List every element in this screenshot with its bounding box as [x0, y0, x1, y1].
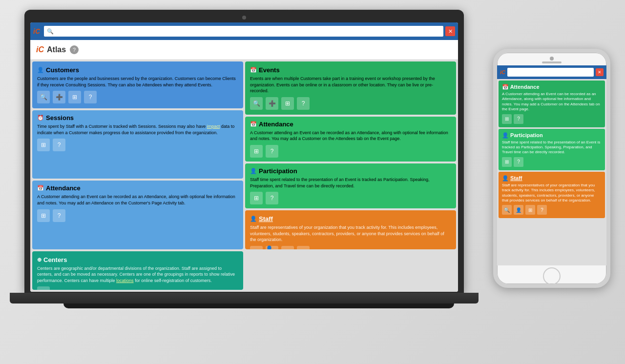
events-add-btn[interactable]: ➕	[266, 97, 278, 110]
laptop-camera	[242, 16, 246, 20]
phone-staff-icon: 👤	[502, 175, 510, 181]
customers-desc: Customers are the people and businesses …	[37, 76, 238, 88]
participation-actions: ⊞ ?	[250, 192, 451, 204]
phone-participation-card: 👤 Participation Staff time spent related…	[499, 129, 605, 170]
phone-search-input[interactable]	[509, 70, 592, 75]
main-grid: 👤 Customers Customers are the people and…	[30, 60, 458, 292]
centers-grid-btn[interactable]: ⊞	[37, 286, 50, 290]
phone-participation-icon: 👤	[502, 132, 510, 138]
attendance-blue-icon: 📅	[37, 185, 44, 191]
phone-close-button[interactable]: ✕	[596, 68, 604, 76]
events-actions: 🔍 ➕ ⊞ ?	[250, 97, 451, 110]
attendance-blue-help-btn[interactable]: ?	[53, 209, 65, 222]
attendance-green-icon: 📅	[250, 121, 257, 127]
attendance-green-desc: A Customer attending an Event can be rec…	[250, 130, 451, 142]
participation-title: 👤 Participation	[250, 167, 451, 175]
titlebar: iC Atlas ?	[30, 40, 458, 60]
staff-add-btn[interactable]: 👤➕	[266, 246, 278, 249]
help-icon[interactable]: ?	[70, 45, 79, 54]
sessions-desc: Time spent by Staff with a Customer is t…	[37, 123, 238, 136]
search-icon: 🔍	[47, 28, 54, 35]
phone-staff-actions: 🔍 👤 ⊞ ?	[502, 205, 602, 215]
phone-participation-desc: Staff time spent related to the presenta…	[502, 140, 602, 155]
attendance-green-help-btn[interactable]: ?	[266, 145, 278, 158]
events-desc: Events are when multiple Customers take …	[250, 76, 451, 94]
attendance-green-grid-btn[interactable]: ⊞	[250, 145, 263, 158]
centers-desc: Centers are geographic and/or department…	[37, 265, 238, 284]
centers-actions: ⊞	[37, 286, 238, 290]
customers-section: 👤 Customers Customers are the people and…	[32, 61, 243, 249]
attendance-green-title: 📅 Attendance	[250, 121, 451, 128]
laptop-base	[10, 293, 479, 303]
events-title: 📅 Events	[250, 66, 451, 74]
phone-attendance-desc: A Customer attending an Event can be rec…	[502, 92, 602, 112]
page-title: Atlas	[47, 45, 66, 54]
phone-attendance-icon: 📅	[502, 84, 510, 90]
sessions-grid-btn[interactable]: ⊞	[37, 139, 50, 151]
sessions-actions: ⊞ ?	[37, 139, 238, 151]
phone-topbar: iC ✕	[497, 65, 606, 79]
attendance-blue-desc: A Customer attending an Event can be rec…	[37, 194, 238, 206]
phone-screen: iC ✕ 📅 Attendance A Customer attending a…	[497, 65, 606, 265]
staff-help-btn[interactable]: ?	[297, 246, 310, 249]
laptop-body: iC 🔍 ✕ iC Atlas ?	[24, 10, 464, 293]
customers-add-btn[interactable]: ➕	[53, 91, 65, 103]
customers-grid-btn[interactable]: ⊞	[68, 91, 81, 103]
participation-icon: 👤	[250, 168, 257, 174]
scene: iC 🔍 ✕ iC Atlas ?	[0, 0, 625, 364]
staff-card: 👤 Staff Staff are representatives of you…	[245, 210, 456, 249]
laptop-screen: iC 🔍 ✕ iC Atlas ?	[30, 22, 458, 292]
phone-staff-grid-btn[interactable]: ⊞	[525, 205, 535, 215]
phone-attendance-help-btn[interactable]: ?	[514, 114, 523, 124]
staff-search-btn[interactable]: 🔍	[250, 246, 263, 249]
laptop-foot	[63, 303, 454, 308]
phone-staff-card: 👤 Staff Staff are representatives of you…	[499, 172, 605, 219]
attendance-blue-card: 📅 Attendance A Customer attending an Eve…	[32, 181, 243, 249]
search-bar[interactable]: 🔍	[44, 26, 443, 37]
customers-help-btn[interactable]: ?	[84, 91, 97, 103]
phone-staff-help-btn[interactable]: ?	[537, 205, 547, 215]
phone-participation-actions: ⊞ ?	[502, 157, 602, 167]
phone-grid: 📅 Attendance A Customer attending an Eve…	[497, 79, 606, 265]
events-icon: 📅	[250, 67, 257, 73]
phone-participation-help-btn[interactable]: ?	[514, 157, 523, 167]
participation-grid-btn[interactable]: ⊞	[250, 192, 263, 204]
phone-home-button[interactable]	[543, 267, 561, 285]
participation-desc: Staff time spent related to the presenta…	[250, 177, 451, 189]
close-button[interactable]: ✕	[445, 26, 455, 36]
phone-body: iC ✕ 📅 Attendance A Customer attending a…	[493, 49, 610, 288]
events-grid-btn[interactable]: ⊞	[281, 97, 294, 110]
customers-title: 👤 Customers	[37, 66, 238, 74]
app-topbar: iC 🔍 ✕	[30, 22, 458, 40]
phone-attendance-card: 📅 Attendance A Customer attending an Eve…	[499, 81, 605, 127]
sessions-icon: ⏰	[37, 115, 44, 121]
events-search-btn[interactable]: 🔍	[250, 97, 263, 110]
centers-card: ⊕ Centers Centers are geographic and/or …	[32, 251, 243, 290]
customers-card: 👤 Customers Customers are the people and…	[32, 61, 243, 108]
sessions-title: ⏰ Sessions	[37, 114, 238, 121]
events-card: 📅 Events Events are when multiple Custom…	[245, 61, 456, 115]
phone-attendance-grid-btn[interactable]: ⊞	[502, 114, 512, 124]
search-input[interactable]	[56, 28, 440, 34]
laptop: iC 🔍 ✕ iC Atlas ?	[24, 10, 474, 342]
attendance-blue-actions: ⊞ ?	[37, 209, 238, 222]
phone: iC ✕ 📅 Attendance A Customer attending a…	[493, 49, 610, 293]
customers-search-btn[interactable]: 🔍	[37, 91, 50, 103]
centers-title: ⊕ Centers	[37, 256, 238, 263]
participation-help-btn[interactable]: ?	[266, 192, 278, 204]
phone-staff-add-btn[interactable]: 👤	[514, 205, 523, 215]
events-help-btn[interactable]: ?	[297, 97, 310, 110]
phone-staff-search-btn[interactable]: 🔍	[502, 205, 512, 215]
staff-grid-btn[interactable]: ⊞	[281, 246, 294, 249]
phone-search-bar[interactable]	[507, 68, 594, 77]
sessions-card: ⏰ Sessions Time spent by Staff with a Cu…	[32, 110, 243, 179]
phone-speaker	[542, 61, 562, 63]
attendance-green-card: 📅 Attendance A Customer attending an Eve…	[245, 117, 456, 162]
phone-staff-desc: Staff are representatives of your organi…	[502, 183, 602, 203]
participation-card: 👤 Participation Staff time spent related…	[245, 163, 456, 208]
sessions-help-btn[interactable]: ?	[53, 139, 65, 151]
phone-camera	[550, 57, 554, 61]
attendance-blue-grid-btn[interactable]: ⊞	[37, 209, 50, 222]
phone-attendance-title: 📅 Attendance	[502, 84, 602, 90]
phone-participation-grid-btn[interactable]: ⊞	[502, 157, 512, 167]
